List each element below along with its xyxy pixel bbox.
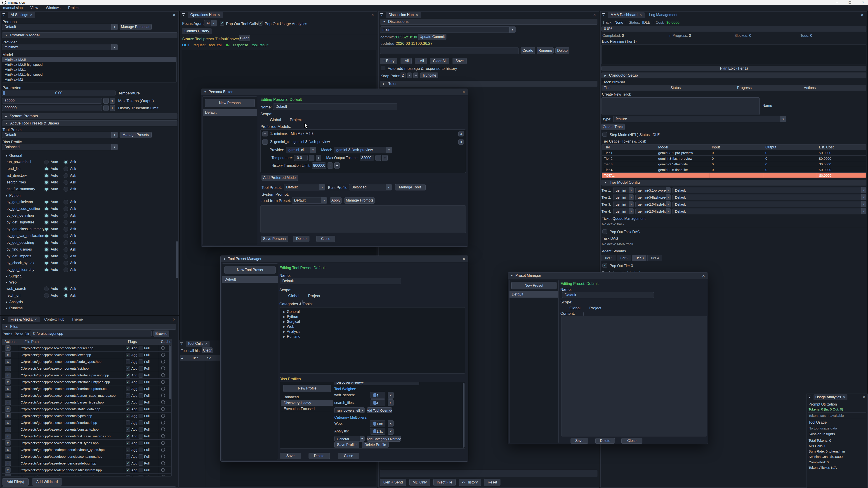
focus-agent-select[interactable]: All▼ — [204, 20, 217, 26]
reorder-button[interactable]: - — [262, 139, 268, 144]
agg-checkbox[interactable]: ✓ — [126, 475, 130, 477]
tool-tree-row[interactable]: ▼ web_search Auto Ask — [4, 285, 177, 292]
active-tools-header[interactable]: ▼Active Tool Presets & Biases — [2, 121, 178, 126]
close-icon[interactable]: ✕ — [702, 273, 705, 278]
bias-profile-item[interactable]: Discovery-Heavy — [281, 400, 333, 406]
tab-log-management[interactable]: Log Management — [647, 12, 680, 18]
tier-preset-select[interactable]: Default▼ — [673, 194, 866, 200]
pe-tool-preset-select[interactable]: Default▼ — [284, 184, 325, 191]
max-tokens-plus-button[interactable]: + — [110, 98, 115, 104]
bias-profile-item[interactable]: Balanced — [281, 394, 333, 400]
max-tokens-input[interactable]: 32000 — [2, 98, 102, 104]
history-minus-button[interactable]: - — [103, 105, 109, 111]
clear-tool-calls-button[interactable]: Clear — [202, 348, 213, 353]
category-override-select[interactable]: General▼ — [334, 436, 365, 442]
full-checkbox[interactable]: ✓ — [138, 400, 143, 404]
multiplier-slider[interactable]: 1.3x — [370, 428, 385, 435]
pe-hist-input[interactable]: 900000 — [312, 162, 326, 169]
hist-minus-button[interactable]: - — [328, 162, 333, 169]
manage-tools-button[interactable]: Manage Tools — [395, 184, 426, 191]
entry-button[interactable]: -All — [401, 58, 412, 64]
multiplier-slider[interactable]: 1.5x — [370, 420, 385, 427]
close-tool-preset-button[interactable]: Close — [338, 453, 359, 459]
keep-pairs-minus-button[interactable]: - — [407, 72, 412, 78]
tab-close-icon[interactable]: ✕ — [34, 318, 37, 321]
pm-project-radio[interactable] — [583, 312, 584, 316]
dock-menu-icon[interactable] — [2, 318, 6, 321]
agg-checkbox[interactable]: ✓ — [126, 373, 130, 378]
auto-radio[interactable] — [44, 180, 49, 185]
category-item[interactable]: ▶ Web — [280, 324, 465, 329]
persona-editor-titlebar[interactable]: ▼ Persona Editor ✕ — [201, 89, 468, 95]
weight-slider[interactable]: 4 — [370, 399, 385, 406]
full-checkbox[interactable]: ✓ — [138, 346, 143, 350]
tool-tree-row[interactable]: ▼ py_get_skeleton Auto Ask — [4, 199, 177, 205]
new-persona-button[interactable]: New Persona — [205, 99, 255, 107]
delete-preset-button[interactable]: Delete — [595, 438, 615, 444]
auto-radio[interactable] — [44, 206, 49, 211]
full-checkbox[interactable]: ✓ — [138, 434, 143, 438]
tier-preset-select[interactable]: Default▼ — [673, 201, 866, 207]
composer-button[interactable]: Inject File — [433, 479, 456, 486]
stream-tab[interactable]: Tier 3 — [632, 255, 647, 261]
composer-button[interactable]: MD Only — [409, 479, 430, 486]
new-profile-button[interactable]: New Profile — [283, 385, 331, 392]
auto-radio[interactable] — [44, 254, 49, 259]
pe-provider-select[interactable]: gemini_cli▼ — [286, 147, 316, 153]
tab-close-icon[interactable]: ✕ — [843, 395, 846, 399]
auto-radio[interactable] — [44, 200, 49, 204]
model-list-item[interactable]: MiniMax-M2.5 — [2, 57, 176, 62]
ask-radio[interactable] — [64, 213, 68, 218]
preset-content-textarea[interactable] — [561, 316, 707, 436]
tool-preset-select[interactable]: Default▼ — [2, 132, 118, 138]
composer-button[interactable]: Reset — [484, 479, 500, 486]
remove-file-button[interactable]: x — [5, 406, 11, 412]
slider-handle[interactable] — [373, 401, 376, 405]
tab-context-hub[interactable]: Context Hub — [41, 317, 67, 322]
tier-preset-select[interactable]: Default▼ — [673, 208, 866, 215]
pop-out-tier3-checkbox[interactable]: ✓ — [602, 263, 607, 268]
stream-tab[interactable]: Tier 1 — [601, 255, 616, 261]
tier-provider-select[interactable]: gemini▼ — [613, 201, 633, 207]
track-name-input[interactable] — [601, 97, 760, 115]
panel-close-icon[interactable]: ✕ — [173, 318, 178, 322]
provider-model-header[interactable]: ▼Provider & Model — [2, 32, 178, 38]
composer-button[interactable]: -> History — [459, 479, 481, 486]
comms-history-tab[interactable]: Comms History — [182, 28, 212, 34]
menu-item[interactable]: manual slop — [3, 6, 23, 10]
menu-item[interactable]: Windows — [46, 6, 61, 10]
pop-out-dag-checkbox[interactable]: ✓ — [602, 229, 607, 234]
tier-provider-select[interactable]: gemini▼ — [613, 208, 633, 215]
auto-radio[interactable] — [44, 166, 49, 171]
preset-name-input[interactable]: Default — [562, 292, 654, 298]
tab-operations-hub[interactable]: Operations Hub✕ — [188, 12, 223, 18]
tab-close-icon[interactable]: ✕ — [30, 13, 33, 17]
entry-button[interactable]: Clear All — [430, 58, 450, 64]
ask-radio[interactable] — [64, 261, 68, 265]
pe-bias-select[interactable]: Balanced▼ — [349, 184, 392, 191]
slider-handle[interactable] — [3, 91, 5, 95]
tab-files-media[interactable]: Files & Media✕ — [8, 317, 40, 322]
close-window-icon[interactable]: ✕ — [862, 1, 864, 4]
slider-handle[interactable] — [373, 393, 376, 397]
remove-file-button[interactable]: x — [5, 413, 11, 418]
agg-checkbox[interactable]: ✓ — [126, 434, 130, 438]
agg-checkbox[interactable]: ✓ — [126, 468, 130, 473]
plan-epic-button[interactable]: Plan Epic (Tier 1) — [601, 66, 866, 71]
history-limit-input[interactable]: 900000 — [2, 105, 102, 111]
tool-tree-row[interactable]: ▼ py_get_definition Auto Ask — [4, 212, 177, 219]
tool-tree-row[interactable]: ▼ py_get_signature Auto Ask — [4, 219, 177, 226]
discussions-header[interactable]: ▼Discussions — [380, 19, 597, 25]
tool-tree-row[interactable]: ▼ py_get_var_declaration Auto Ask — [4, 232, 177, 239]
tool-tree-row[interactable]: ▼ run_powershell Auto Ask — [4, 159, 177, 165]
tool-tree-row[interactable]: ▼ Runtime Auto Ask — [4, 305, 177, 311]
dock-menu-icon[interactable] — [181, 13, 186, 17]
agg-checkbox[interactable]: ✓ — [126, 414, 130, 418]
provider-select[interactable]: minimax▼ — [2, 44, 118, 51]
auto-radio[interactable] — [44, 293, 49, 298]
full-checkbox[interactable]: ✓ — [138, 407, 143, 412]
persona-name-input[interactable]: Default — [273, 103, 397, 110]
remove-file-button[interactable]: x — [5, 433, 11, 439]
remove-file-button[interactable]: x — [5, 474, 11, 477]
max-tokens-minus-button[interactable]: - — [103, 98, 109, 104]
